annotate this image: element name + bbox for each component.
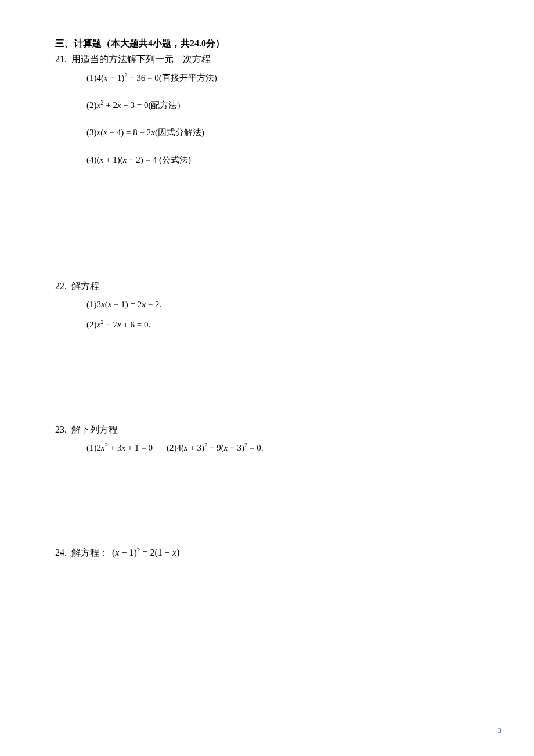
- problem-23-number: 23.: [55, 424, 68, 435]
- q23-1-label: (1): [86, 443, 97, 452]
- problem-22: 22. 解方程: [55, 280, 479, 293]
- q23-2-label: (2): [167, 443, 177, 452]
- q23-subitems: (1)2x2 + 3x + 1 = 0 (2)4(x + 3)2 − 9(x −…: [86, 443, 479, 453]
- q22-subitem-2: (2)x2 − 7x + 6 = 0.: [86, 320, 479, 330]
- problem-24-number: 24.: [55, 548, 68, 558]
- q21-subitem-3: (3)x(x − 4) = 8 − 2x(因式分解法): [86, 127, 479, 138]
- q21-4-note: (公式法): [157, 155, 191, 164]
- q21-1-label: (1): [86, 73, 97, 82]
- q23-subitem-1: (1)2x2 + 3x + 1 = 0: [86, 443, 153, 453]
- q21-2-label: (2): [86, 100, 97, 110]
- problem-23-prompt: 解下列方程: [71, 424, 118, 436]
- q22-2-label: (2): [86, 320, 97, 329]
- q21-subitem-4: (4)(x + 1)(x − 2) = 4 (公式法): [86, 154, 479, 165]
- q21-2-note: (配方法): [148, 100, 180, 110]
- problem-24-prompt: 解方程：: [71, 547, 109, 559]
- q22-1-suffix: .: [159, 300, 161, 309]
- problem-22-number: 22.: [55, 281, 68, 291]
- problem-22-prompt: 解方程: [71, 280, 99, 293]
- problem-21-prompt: 用适当的方法解下列一元二次方程: [71, 53, 211, 66]
- q21-4-label: (4): [86, 155, 97, 164]
- q24-expression: (x − 1)2 = 2(1 − x): [112, 548, 179, 558]
- q21-1-note: (直接开平方法): [159, 73, 217, 82]
- q21-subitem-1: (1)4(x − 1)2 − 36 = 0(直接开平方法): [86, 73, 479, 84]
- section-title: 三、计算题（本大题共4小题，共24.0分）: [55, 38, 479, 50]
- q21-3-label: (3): [86, 128, 97, 137]
- problem-21-number: 21.: [55, 54, 68, 64]
- q21-3-note: (因式分解法): [155, 128, 204, 137]
- q21-subitem-2: (2)x2 + 2x − 3 = 0(配方法): [86, 100, 479, 111]
- problem-24: 24. 解方程： (x − 1)2 = 2(1 − x): [55, 547, 479, 559]
- q23-2-suffix: .: [261, 443, 264, 452]
- problem-23: 23. 解下列方程: [55, 424, 479, 436]
- q22-1-label: (1): [86, 300, 97, 309]
- q22-2-suffix: .: [148, 320, 150, 329]
- q23-subitem-2: (2)4(x + 3)2 − 9(x − 3)2 = 0.: [167, 443, 263, 453]
- page-number: 3: [498, 726, 502, 735]
- q22-subitem-1: (1)3x(x − 1) = 2x − 2.: [86, 300, 479, 309]
- problem-21: 21. 用适当的方法解下列一元二次方程: [55, 53, 479, 66]
